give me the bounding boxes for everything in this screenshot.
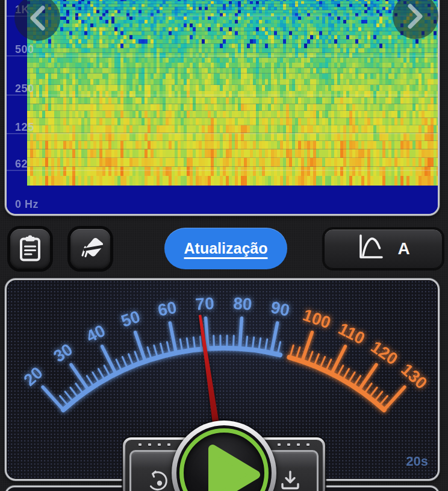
spectrogram-panel: 1K 500 250 125 62 0 Hz bbox=[5, 0, 440, 216]
frequency-weighting-button[interactable]: A bbox=[324, 229, 443, 269]
chevron-right-icon bbox=[406, 3, 425, 30]
notes-button[interactable] bbox=[10, 229, 50, 269]
clipboard-icon bbox=[18, 234, 42, 264]
calibration-button[interactable] bbox=[70, 229, 110, 269]
freq-label-62: 62 bbox=[15, 158, 28, 170]
sound-meter-app: { "spectrogram": { "freq_axis_labels": [… bbox=[0, 0, 448, 491]
freq-label-0hz: 0 Hz bbox=[15, 198, 39, 211]
reset-icon bbox=[145, 469, 170, 491]
weighting-curve-icon bbox=[356, 233, 385, 265]
spectrogram-heatmap bbox=[7, 0, 438, 214]
download-icon bbox=[278, 469, 302, 491]
freq-label-125: 125 bbox=[15, 121, 34, 134]
weighting-label: A bbox=[397, 239, 409, 258]
freq-label-500: 500 bbox=[15, 43, 34, 56]
freq-label-250: 250 bbox=[15, 83, 34, 95]
update-button[interactable]: Atualização bbox=[164, 228, 287, 269]
play-icon bbox=[207, 443, 262, 491]
update-button-label: Atualização bbox=[184, 240, 268, 257]
duration-label: 20s bbox=[406, 454, 428, 469]
chevron-left-icon bbox=[28, 5, 46, 31]
waving-card-icon bbox=[78, 236, 103, 263]
